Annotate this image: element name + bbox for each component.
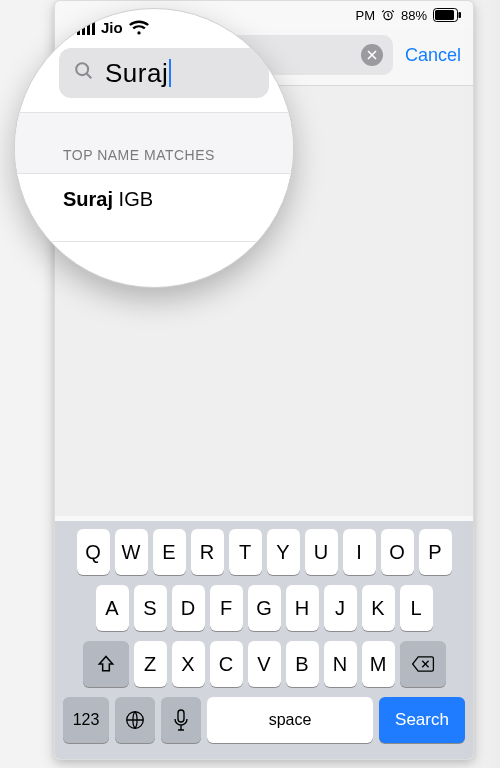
key-o[interactable]: O (381, 529, 414, 575)
key-t[interactable]: T (229, 529, 262, 575)
result-row[interactable]: Suraj IGB (15, 174, 293, 242)
status-time: PM (355, 8, 375, 23)
key-p[interactable]: P (419, 529, 452, 575)
key-y[interactable]: Y (267, 529, 300, 575)
svg-rect-2 (435, 10, 454, 20)
cancel-button[interactable]: Cancel (405, 45, 461, 66)
key-dictation[interactable] (161, 697, 201, 743)
key-r[interactable]: R (191, 529, 224, 575)
key-b[interactable]: B (286, 641, 319, 687)
key-backspace[interactable] (400, 641, 446, 687)
carrier-label: Jio (101, 19, 123, 36)
battery-icon (433, 8, 461, 22)
svg-rect-3 (459, 12, 462, 18)
keyboard-row-1: Q W E R T Y U I O P (59, 529, 469, 575)
key-l[interactable]: L (400, 585, 433, 631)
key-v[interactable]: V (248, 641, 281, 687)
key-e[interactable]: E (153, 529, 186, 575)
alarm-icon (381, 8, 395, 22)
key-m[interactable]: M (362, 641, 395, 687)
keyboard-row-3: Z X C V B N M (59, 641, 469, 687)
key-n[interactable]: N (324, 641, 357, 687)
key-numbers[interactable]: 123 (63, 697, 109, 743)
key-d[interactable]: D (172, 585, 205, 631)
key-space[interactable]: space (207, 697, 373, 743)
key-j[interactable]: J (324, 585, 357, 631)
key-w[interactable]: W (115, 529, 148, 575)
search-icon (73, 60, 95, 86)
key-k[interactable]: K (362, 585, 395, 631)
clear-search-button[interactable] (361, 44, 383, 66)
magnifier-callout: Jio Suraj TOP NAME MATCHES Suraj IGB (14, 8, 294, 288)
key-globe[interactable] (115, 697, 155, 743)
key-q[interactable]: Q (77, 529, 110, 575)
key-i[interactable]: I (343, 529, 376, 575)
svg-rect-6 (178, 710, 184, 722)
key-h[interactable]: H (286, 585, 319, 631)
status-battery-pct: 88% (401, 8, 427, 23)
result-match-bold: Suraj (63, 188, 113, 210)
text-caret (169, 59, 171, 87)
key-shift[interactable] (83, 641, 129, 687)
magnified-search-query: Suraj (105, 58, 171, 89)
key-search[interactable]: Search (379, 697, 465, 743)
wifi-icon (129, 20, 149, 35)
key-s[interactable]: S (134, 585, 167, 631)
key-z[interactable]: Z (134, 641, 167, 687)
results-section-header: TOP NAME MATCHES (15, 112, 293, 174)
svg-point-7 (76, 63, 88, 75)
keyboard-row-bottom: 123 space Search (59, 697, 469, 743)
key-u[interactable]: U (305, 529, 338, 575)
key-a[interactable]: A (96, 585, 129, 631)
magnified-search-wrap: Suraj (15, 40, 293, 112)
key-c[interactable]: C (210, 641, 243, 687)
key-f[interactable]: F (210, 585, 243, 631)
result-match-rest: IGB (113, 188, 153, 210)
magnified-search-field[interactable]: Suraj (59, 48, 269, 98)
keyboard-row-2: A S D F G H J K L (59, 585, 469, 631)
key-x[interactable]: X (172, 641, 205, 687)
keyboard: Q W E R T Y U I O P A S D F G H J K L Z (55, 521, 473, 759)
key-g[interactable]: G (248, 585, 281, 631)
